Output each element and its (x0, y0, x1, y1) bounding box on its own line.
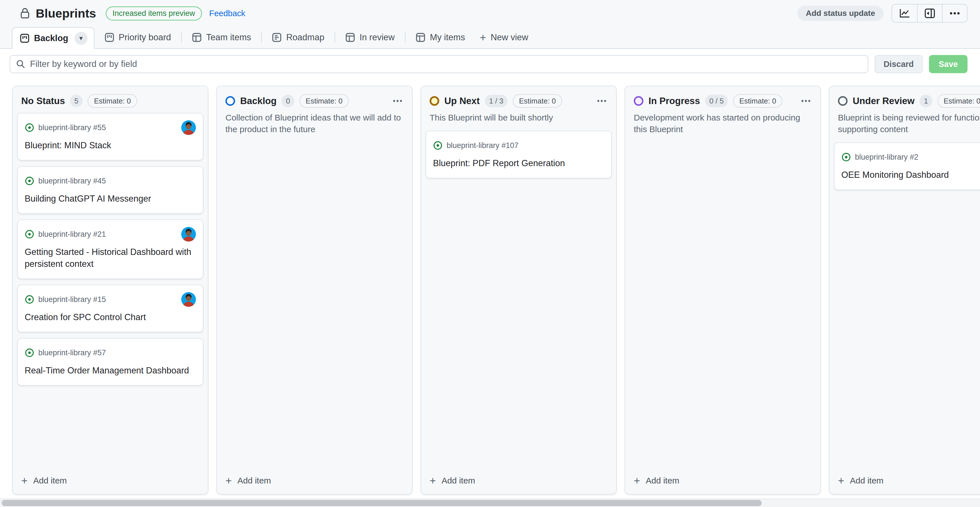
column-cards: blueprint-library #107 Blueprint: PDF Re… (421, 129, 616, 471)
add-item-button[interactable]: + Add item (829, 471, 980, 494)
project-header: Blueprints Increased items preview Feedb… (0, 0, 980, 27)
status-dot-under-review (838, 96, 848, 106)
project-board-icon (105, 33, 114, 42)
column-name: No Status (21, 95, 65, 106)
status-dot-backlog (226, 96, 235, 106)
card[interactable]: blueprint-library #2 OEE Monitoring Dash… (834, 142, 980, 190)
add-item-button[interactable]: + Add item (217, 471, 412, 494)
add-item-button[interactable]: + Add item (13, 471, 208, 494)
tab-separator (261, 32, 262, 43)
column-cards: blueprint-library #2 OEE Monitoring Dash… (829, 141, 980, 471)
kebab-icon (393, 100, 402, 102)
column-count-badge: 0 / 5 (705, 95, 728, 107)
discard-button[interactable]: Discard (875, 55, 923, 73)
view-tabs: Backlog ▼ Priority board Team items Road… (0, 27, 980, 49)
card[interactable]: blueprint-library #55 Blueprint: MIND St… (17, 113, 203, 161)
add-item-button[interactable]: + Add item (421, 471, 616, 494)
column-name: Under Review (853, 95, 915, 106)
card-title: Blueprint: PDF Report Generation (433, 157, 604, 169)
tab-separator (335, 32, 335, 43)
card[interactable]: blueprint-library #15 Creation for SPC C… (17, 285, 203, 332)
column-description: Development work has started on producin… (625, 112, 820, 135)
tab-priority-board[interactable]: Priority board (97, 29, 178, 46)
open-issue-icon (25, 295, 34, 304)
column-header: Under Review 1 Estimate: 0 (829, 86, 980, 111)
column-menu-button[interactable] (391, 98, 404, 104)
card-title: Building ChatGPT AI Messenger (25, 193, 196, 205)
card-repo-ref: blueprint-library #15 (38, 295, 177, 304)
column-name: Up Next (444, 95, 480, 106)
card[interactable]: blueprint-library #45 Building ChatGPT A… (17, 166, 203, 214)
status-dot-up-next (430, 96, 439, 106)
tab-in-review[interactable]: In review (338, 29, 402, 46)
new-view-label: New view (490, 32, 528, 43)
card-repo-ref: blueprint-library #45 (38, 176, 196, 186)
open-issue-icon (433, 141, 443, 150)
add-item-label: Add item (33, 476, 67, 485)
plus-icon: + (838, 475, 844, 486)
column-description: Collection of Blueprint ideas that we wi… (217, 112, 412, 135)
tab-label: Backlog (34, 33, 68, 43)
filter-input[interactable] (30, 59, 862, 69)
column-count-badge: 5 (70, 95, 83, 107)
column-name: Backlog (240, 95, 277, 106)
column-under-review: Under Review 1 Estimate: 0 Blueprint is … (829, 86, 980, 494)
tab-team-items[interactable]: Team items (185, 29, 258, 46)
tab-label: Priority board (119, 32, 171, 43)
insights-chart-button[interactable] (892, 5, 917, 22)
plus-icon: + (226, 475, 232, 486)
column-menu-button[interactable] (799, 98, 812, 104)
tab-my-items[interactable]: My items (408, 29, 473, 46)
tab-backlog[interactable]: Backlog ▼ (12, 27, 94, 49)
feedback-link[interactable]: Feedback (209, 9, 245, 18)
card[interactable]: blueprint-library #57 Real-Time Order Ma… (17, 338, 203, 386)
avatar[interactable] (181, 227, 196, 242)
column-in-progress: In Progress 0 / 5 Estimate: 0 Developmen… (625, 86, 821, 494)
save-button[interactable]: Save (929, 55, 967, 73)
column-header: Backlog 0 Estimate: 0 (217, 86, 412, 111)
column-estimate-badge: Estimate: 0 (88, 94, 137, 108)
line-chart-icon (899, 8, 910, 18)
column-header: In Progress 0 / 5 Estimate: 0 (625, 86, 820, 111)
column-name: In Progress (649, 95, 700, 106)
plus-icon: + (21, 475, 27, 486)
card-repo-ref: blueprint-library #107 (447, 141, 604, 150)
column-estimate-badge: Estimate: 0 (513, 94, 562, 108)
card[interactable]: blueprint-library #107 Blueprint: PDF Re… (426, 131, 612, 178)
card[interactable]: blueprint-library #21 Getting Started - … (17, 219, 203, 279)
tab-label: My items (430, 32, 465, 43)
project-board-icon (20, 33, 30, 43)
card-repo-ref: blueprint-library #2 (855, 153, 980, 162)
column-estimate-badge: Estimate: 0 (299, 94, 349, 108)
open-issue-icon (842, 152, 851, 162)
add-item-button[interactable]: + Add item (625, 471, 820, 494)
column-cards (217, 141, 412, 471)
view-options-caret[interactable]: ▼ (75, 32, 88, 45)
avatar[interactable] (181, 120, 196, 135)
horizontal-scrollbar[interactable] (0, 499, 980, 507)
side-panel-button[interactable] (917, 5, 942, 22)
preview-badge: Increased items preview (106, 6, 202, 21)
tab-label: Team items (206, 32, 251, 43)
card-title: Real-Time Order Management Dashboard (25, 365, 196, 377)
column-backlog: Backlog 0 Estimate: 0 Collection of Blue… (216, 86, 413, 494)
plus-icon: + (634, 475, 640, 486)
project-menu-button[interactable] (942, 5, 967, 22)
plus-icon: + (430, 475, 436, 486)
horizontal-scrollbar-thumb[interactable] (2, 500, 762, 506)
add-status-update-button[interactable]: Add status update (797, 6, 884, 21)
kebab-icon (950, 12, 960, 15)
lock-icon (20, 7, 30, 19)
column-header: No Status 5 Estimate: 0 (13, 86, 208, 111)
roadmap-icon (272, 33, 282, 42)
tab-roadmap[interactable]: Roadmap (264, 29, 331, 46)
column-menu-button[interactable] (595, 98, 608, 104)
page-title: Blueprints (36, 6, 96, 21)
add-item-label: Add item (646, 476, 679, 485)
filter-input-container (10, 55, 868, 73)
avatar[interactable] (181, 292, 196, 307)
column-estimate-badge: Estimate: 0 (937, 94, 980, 108)
project-board-page: Blueprints Increased items preview Feedb… (0, 0, 980, 507)
new-view-button[interactable]: + New view (473, 29, 536, 46)
header-actions-group (891, 4, 967, 23)
